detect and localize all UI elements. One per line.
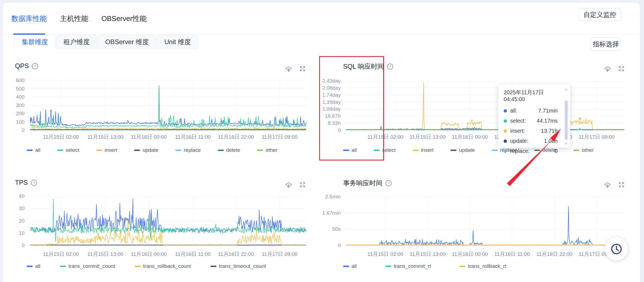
tab-tenant-dimension[interactable]: 租户维度 <box>56 35 97 49</box>
series-line-all <box>346 207 624 245</box>
tab-observer-performance[interactable]: OBServer性能 <box>101 3 147 35</box>
sql-response-time-chart-card: SQL 响应时间?2.43day2.08day1.74day1.39day1.0… <box>316 60 627 154</box>
x-tick-label: 11月16日 11:00 <box>175 134 211 141</box>
y-tick-label: 16.67h <box>325 113 341 119</box>
y-axis-labels: 403020100 <box>12 196 27 245</box>
custom-monitor-button[interactable]: 自定义监控 <box>579 8 621 21</box>
x-tick-label: 11月16日 22:00 <box>536 251 572 258</box>
y-tick-label: 1.04day <box>322 106 341 112</box>
page-scrollbar[interactable] <box>640 0 644 282</box>
legend-item-all[interactable]: all <box>27 147 40 153</box>
tab-host-performance[interactable]: 主机性能 <box>60 3 88 35</box>
transaction-response-time-chart-card: 事务响应时间?2.5min1.67min50s011月15日 02:0011月1… <box>316 177 627 272</box>
y-tick-label: 0 <box>338 127 341 133</box>
legend-swatch <box>218 150 224 151</box>
legend-item-update[interactable]: update <box>451 147 475 153</box>
legend-swatch <box>210 266 216 267</box>
plot-area[interactable] <box>346 81 624 130</box>
series-value: 13.71h <box>541 128 558 134</box>
x-tick-label: 11月15日 13:00 <box>410 134 446 141</box>
question-circle-icon[interactable]: ? <box>32 63 38 69</box>
x-tick-label: 11月16日 11:00 <box>175 251 211 258</box>
legend-swatch <box>343 150 349 151</box>
y-tick-label: 100 <box>16 119 25 125</box>
x-tick-label: 11月15日 02:00 <box>43 134 79 141</box>
fullscreen-icon[interactable] <box>618 65 625 72</box>
tab-cluster-dimension[interactable]: 集群维度 <box>14 35 55 49</box>
legend-label: insert <box>105 147 117 153</box>
hover-point-marker <box>578 128 581 130</box>
legend-label: trans_commit_count <box>68 263 115 269</box>
y-tick-label: 0 <box>338 242 341 248</box>
time-range-button[interactable] <box>605 237 628 260</box>
y-tick-label: 300 <box>16 102 25 108</box>
series-value: 44.17ms <box>537 118 558 124</box>
x-axis-labels: 11月15日 02:0011月15日 13:0011月16日 00:0011月1… <box>316 134 627 140</box>
y-tick-label: 20 <box>19 218 25 224</box>
plot-area[interactable] <box>30 196 306 245</box>
legend-item-other[interactable]: other <box>573 147 594 153</box>
legend-item-other[interactable]: other <box>257 147 277 153</box>
legend-item-select[interactable]: select <box>57 147 79 153</box>
legend-item-trans_commit_rt[interactable]: trans_commit_rt <box>385 263 431 269</box>
tooltip-scroll-up-icon[interactable] <box>565 88 567 90</box>
legend-item-select[interactable]: select <box>374 147 396 153</box>
series-name: select: <box>510 118 526 124</box>
drag-icon[interactable] <box>604 65 611 72</box>
x-tick-label: 11月15日 13:00 <box>410 251 446 258</box>
chart-header: QPS? <box>15 62 38 70</box>
legend-item-all[interactable]: all <box>343 263 357 269</box>
legend-item-trans_commit_count[interactable]: trans_commit_count <box>60 263 115 269</box>
legend-item-update[interactable]: update <box>134 147 158 153</box>
svg-text:?: ? <box>389 64 391 68</box>
chart-title: SQL 响应时间 <box>343 62 384 71</box>
legend-swatch <box>96 150 102 151</box>
fullscreen-icon[interactable] <box>299 65 306 72</box>
plot-area[interactable] <box>346 197 624 245</box>
x-tick-label: 11月15日 02:00 <box>367 134 403 141</box>
legend-label: other <box>265 147 277 153</box>
series-value: 0 <box>555 148 558 154</box>
series-line-trans_rollback_count <box>30 218 306 245</box>
tooltip-row: update: 1.08h <box>504 136 565 146</box>
question-circle-icon[interactable]: ? <box>387 63 394 70</box>
legend-item-trans_rollback_count[interactable]: trans_rollback_count <box>135 263 191 269</box>
metric-select-button[interactable]: 指标选择 <box>591 38 621 51</box>
legend-item-insert[interactable]: insert <box>413 147 434 153</box>
tooltip-row: select: 44.17ms <box>504 116 565 126</box>
legend-item-insert[interactable]: insert <box>96 147 117 153</box>
x-tick-label: 11月15日 13:00 <box>87 251 123 258</box>
active-tab-indicator <box>13 34 45 35</box>
plot-area[interactable] <box>30 80 306 130</box>
legend-item-all[interactable]: all <box>27 263 40 269</box>
legend-label: all <box>35 263 40 269</box>
legend-item-trans_rollback_rt[interactable]: trans_rollback_rt <box>459 263 506 269</box>
fullscreen-icon[interactable] <box>299 181 306 189</box>
legend-swatch <box>451 150 456 151</box>
legend-swatch <box>60 266 66 267</box>
legend-item-delete[interactable]: delete <box>218 147 240 153</box>
y-axis-labels: 6005004003002001000 <box>12 80 27 130</box>
question-circle-icon[interactable]: ? <box>385 180 392 187</box>
tab-database-performance[interactable]: 数据库性能 <box>11 3 47 35</box>
legend-item-replace[interactable]: replace <box>175 147 201 153</box>
drag-icon[interactable] <box>604 181 611 189</box>
tab-unit-dimension[interactable]: Unit 维度 <box>157 35 198 49</box>
tab-observer-dimension[interactable]: OBServer 维度 <box>98 35 156 49</box>
x-tick-label: 11月16日 22:00 <box>218 251 254 258</box>
question-circle-icon[interactable]: ? <box>31 179 37 186</box>
legend-label: trans_timeout_count <box>219 263 266 269</box>
tooltip-scrollbar[interactable] <box>565 100 568 140</box>
fullscreen-icon[interactable] <box>618 181 625 189</box>
drag-icon[interactable] <box>285 181 292 189</box>
legend-item-all[interactable]: all <box>343 147 357 153</box>
y-tick-label: 8.33h <box>328 120 341 126</box>
chart-title: QPS <box>15 62 29 70</box>
tooltip-scroll-down-icon[interactable] <box>565 143 567 145</box>
legend-item-trans_timeout_count[interactable]: trans_timeout_count <box>210 263 266 269</box>
x-tick-label: 11月17日 09:00 <box>262 251 298 258</box>
chart-header: SQL 响应时间? <box>343 62 394 71</box>
legend-swatch <box>374 150 380 151</box>
drag-icon[interactable] <box>285 65 292 72</box>
y-tick-label: 40 <box>19 193 25 199</box>
